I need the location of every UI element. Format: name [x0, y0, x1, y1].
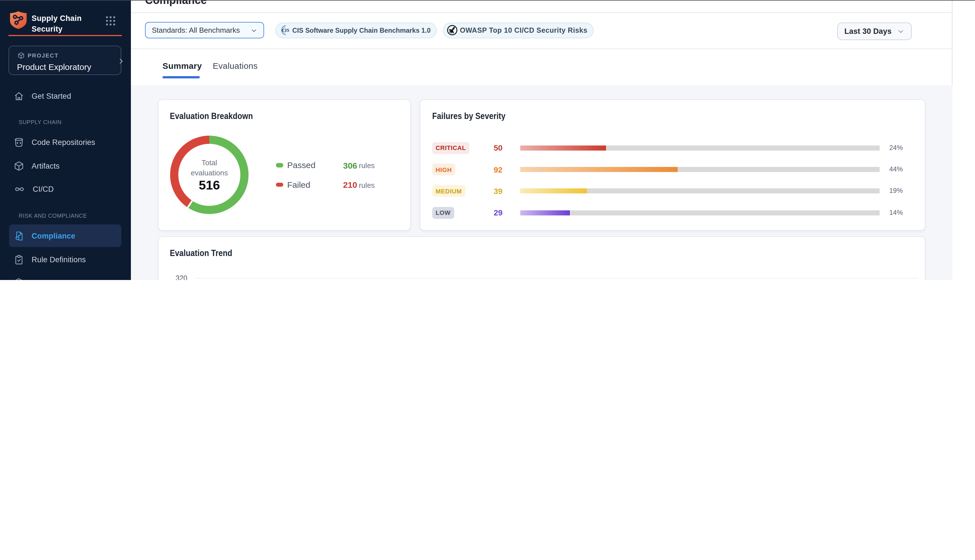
- svg-text:320: 320: [175, 274, 187, 280]
- svg-text:CIS: CIS: [282, 28, 289, 33]
